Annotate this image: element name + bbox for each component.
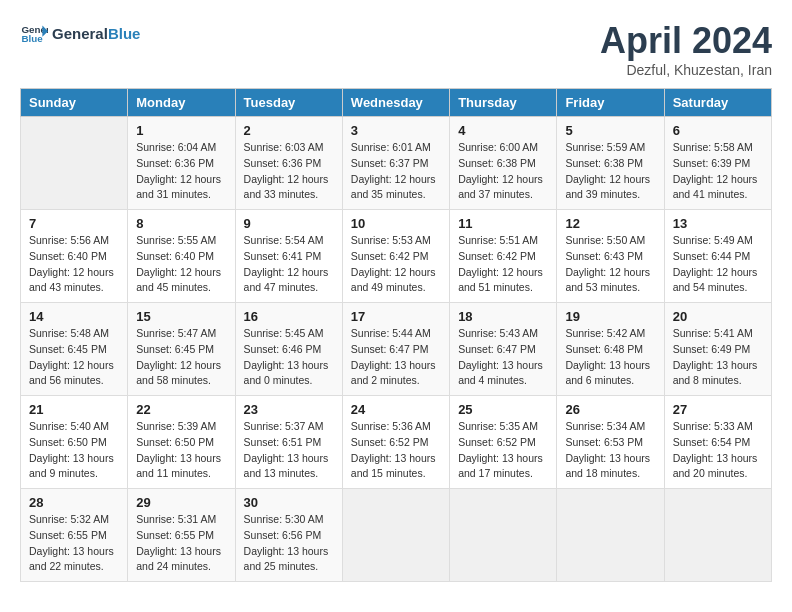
day-info: Sunrise: 5:32 AM Sunset: 6:55 PM Dayligh… — [29, 512, 119, 575]
calendar-week-1: 1Sunrise: 6:04 AM Sunset: 6:36 PM Daylig… — [21, 117, 772, 210]
day-info: Sunrise: 5:44 AM Sunset: 6:47 PM Dayligh… — [351, 326, 441, 389]
calendar-cell: 21Sunrise: 5:40 AM Sunset: 6:50 PM Dayli… — [21, 396, 128, 489]
calendar-cell: 23Sunrise: 5:37 AM Sunset: 6:51 PM Dayli… — [235, 396, 342, 489]
day-info: Sunrise: 6:01 AM Sunset: 6:37 PM Dayligh… — [351, 140, 441, 203]
day-number: 20 — [673, 309, 763, 324]
day-number: 27 — [673, 402, 763, 417]
day-info: Sunrise: 5:49 AM Sunset: 6:44 PM Dayligh… — [673, 233, 763, 296]
calendar-cell: 5Sunrise: 5:59 AM Sunset: 6:38 PM Daylig… — [557, 117, 664, 210]
location-subtitle: Dezful, Khuzestan, Iran — [600, 62, 772, 78]
calendar-cell: 16Sunrise: 5:45 AM Sunset: 6:46 PM Dayli… — [235, 303, 342, 396]
calendar-cell: 8Sunrise: 5:55 AM Sunset: 6:40 PM Daylig… — [128, 210, 235, 303]
day-info: Sunrise: 5:34 AM Sunset: 6:53 PM Dayligh… — [565, 419, 655, 482]
calendar-cell — [450, 489, 557, 582]
day-info: Sunrise: 6:00 AM Sunset: 6:38 PM Dayligh… — [458, 140, 548, 203]
day-info: Sunrise: 5:39 AM Sunset: 6:50 PM Dayligh… — [136, 419, 226, 482]
day-number: 30 — [244, 495, 334, 510]
weekday-sunday: Sunday — [21, 89, 128, 117]
calendar-cell: 6Sunrise: 5:58 AM Sunset: 6:39 PM Daylig… — [664, 117, 771, 210]
day-number: 13 — [673, 216, 763, 231]
page-header: General Blue GeneralBlue April 2024 Dezf… — [20, 20, 772, 78]
day-number: 23 — [244, 402, 334, 417]
day-info: Sunrise: 5:37 AM Sunset: 6:51 PM Dayligh… — [244, 419, 334, 482]
day-number: 8 — [136, 216, 226, 231]
day-info: Sunrise: 5:53 AM Sunset: 6:42 PM Dayligh… — [351, 233, 441, 296]
day-number: 1 — [136, 123, 226, 138]
day-info: Sunrise: 5:36 AM Sunset: 6:52 PM Dayligh… — [351, 419, 441, 482]
logo-text: GeneralBlue — [52, 26, 140, 43]
day-info: Sunrise: 5:58 AM Sunset: 6:39 PM Dayligh… — [673, 140, 763, 203]
calendar-cell: 15Sunrise: 5:47 AM Sunset: 6:45 PM Dayli… — [128, 303, 235, 396]
weekday-thursday: Thursday — [450, 89, 557, 117]
day-number: 2 — [244, 123, 334, 138]
calendar-cell: 29Sunrise: 5:31 AM Sunset: 6:55 PM Dayli… — [128, 489, 235, 582]
day-info: Sunrise: 5:43 AM Sunset: 6:47 PM Dayligh… — [458, 326, 548, 389]
calendar-cell — [21, 117, 128, 210]
day-number: 3 — [351, 123, 441, 138]
calendar-week-4: 21Sunrise: 5:40 AM Sunset: 6:50 PM Dayli… — [21, 396, 772, 489]
day-number: 5 — [565, 123, 655, 138]
weekday-wednesday: Wednesday — [342, 89, 449, 117]
calendar-cell: 11Sunrise: 5:51 AM Sunset: 6:42 PM Dayli… — [450, 210, 557, 303]
calendar-cell: 24Sunrise: 5:36 AM Sunset: 6:52 PM Dayli… — [342, 396, 449, 489]
calendar-cell: 9Sunrise: 5:54 AM Sunset: 6:41 PM Daylig… — [235, 210, 342, 303]
calendar-cell: 14Sunrise: 5:48 AM Sunset: 6:45 PM Dayli… — [21, 303, 128, 396]
day-number: 18 — [458, 309, 548, 324]
day-info: Sunrise: 5:55 AM Sunset: 6:40 PM Dayligh… — [136, 233, 226, 296]
weekday-monday: Monday — [128, 89, 235, 117]
day-number: 14 — [29, 309, 119, 324]
day-number: 4 — [458, 123, 548, 138]
day-info: Sunrise: 5:51 AM Sunset: 6:42 PM Dayligh… — [458, 233, 548, 296]
calendar-cell — [557, 489, 664, 582]
calendar-cell: 10Sunrise: 5:53 AM Sunset: 6:42 PM Dayli… — [342, 210, 449, 303]
calendar-week-2: 7Sunrise: 5:56 AM Sunset: 6:40 PM Daylig… — [21, 210, 772, 303]
calendar-cell: 2Sunrise: 6:03 AM Sunset: 6:36 PM Daylig… — [235, 117, 342, 210]
calendar-cell: 20Sunrise: 5:41 AM Sunset: 6:49 PM Dayli… — [664, 303, 771, 396]
weekday-header-row: SundayMondayTuesdayWednesdayThursdayFrid… — [21, 89, 772, 117]
calendar-cell: 12Sunrise: 5:50 AM Sunset: 6:43 PM Dayli… — [557, 210, 664, 303]
calendar-cell: 27Sunrise: 5:33 AM Sunset: 6:54 PM Dayli… — [664, 396, 771, 489]
day-number: 9 — [244, 216, 334, 231]
day-number: 6 — [673, 123, 763, 138]
calendar-cell — [664, 489, 771, 582]
day-number: 28 — [29, 495, 119, 510]
calendar-cell: 26Sunrise: 5:34 AM Sunset: 6:53 PM Dayli… — [557, 396, 664, 489]
calendar-cell: 13Sunrise: 5:49 AM Sunset: 6:44 PM Dayli… — [664, 210, 771, 303]
day-info: Sunrise: 5:41 AM Sunset: 6:49 PM Dayligh… — [673, 326, 763, 389]
day-info: Sunrise: 5:47 AM Sunset: 6:45 PM Dayligh… — [136, 326, 226, 389]
calendar-cell: 28Sunrise: 5:32 AM Sunset: 6:55 PM Dayli… — [21, 489, 128, 582]
calendar-week-3: 14Sunrise: 5:48 AM Sunset: 6:45 PM Dayli… — [21, 303, 772, 396]
day-number: 11 — [458, 216, 548, 231]
day-info: Sunrise: 6:04 AM Sunset: 6:36 PM Dayligh… — [136, 140, 226, 203]
day-number: 7 — [29, 216, 119, 231]
calendar-cell: 4Sunrise: 6:00 AM Sunset: 6:38 PM Daylig… — [450, 117, 557, 210]
month-title: April 2024 — [600, 20, 772, 62]
day-info: Sunrise: 5:31 AM Sunset: 6:55 PM Dayligh… — [136, 512, 226, 575]
calendar-cell — [342, 489, 449, 582]
day-number: 25 — [458, 402, 548, 417]
day-info: Sunrise: 5:45 AM Sunset: 6:46 PM Dayligh… — [244, 326, 334, 389]
day-number: 19 — [565, 309, 655, 324]
logo-icon: General Blue — [20, 20, 48, 48]
day-info: Sunrise: 5:30 AM Sunset: 6:56 PM Dayligh… — [244, 512, 334, 575]
svg-text:Blue: Blue — [21, 33, 43, 44]
calendar-cell: 18Sunrise: 5:43 AM Sunset: 6:47 PM Dayli… — [450, 303, 557, 396]
day-info: Sunrise: 5:35 AM Sunset: 6:52 PM Dayligh… — [458, 419, 548, 482]
day-number: 29 — [136, 495, 226, 510]
day-info: Sunrise: 5:40 AM Sunset: 6:50 PM Dayligh… — [29, 419, 119, 482]
calendar-table: SundayMondayTuesdayWednesdayThursdayFrid… — [20, 88, 772, 582]
calendar-cell: 17Sunrise: 5:44 AM Sunset: 6:47 PM Dayli… — [342, 303, 449, 396]
day-info: Sunrise: 5:50 AM Sunset: 6:43 PM Dayligh… — [565, 233, 655, 296]
day-number: 26 — [565, 402, 655, 417]
day-info: Sunrise: 5:59 AM Sunset: 6:38 PM Dayligh… — [565, 140, 655, 203]
calendar-cell: 25Sunrise: 5:35 AM Sunset: 6:52 PM Dayli… — [450, 396, 557, 489]
calendar-cell: 7Sunrise: 5:56 AM Sunset: 6:40 PM Daylig… — [21, 210, 128, 303]
day-number: 21 — [29, 402, 119, 417]
day-info: Sunrise: 5:48 AM Sunset: 6:45 PM Dayligh… — [29, 326, 119, 389]
day-number: 15 — [136, 309, 226, 324]
day-number: 22 — [136, 402, 226, 417]
weekday-saturday: Saturday — [664, 89, 771, 117]
day-info: Sunrise: 5:54 AM Sunset: 6:41 PM Dayligh… — [244, 233, 334, 296]
day-number: 16 — [244, 309, 334, 324]
logo: General Blue GeneralBlue — [20, 20, 140, 48]
